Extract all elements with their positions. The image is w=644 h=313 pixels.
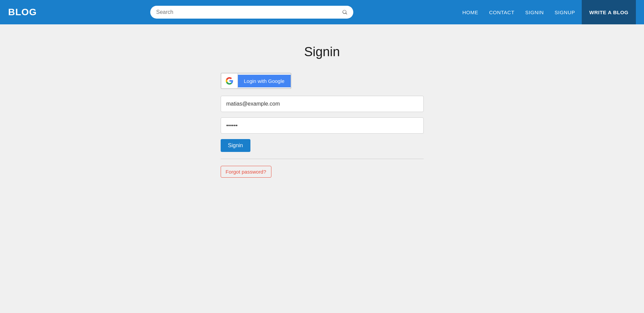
write-blog-button[interactable]: WRITE A BLOG bbox=[582, 0, 636, 24]
search-wrapper bbox=[53, 6, 450, 19]
site-brand: BLOG bbox=[8, 7, 37, 18]
nav-contact[interactable]: CONTACT bbox=[485, 7, 518, 17]
signin-button[interactable]: Signin bbox=[221, 139, 250, 152]
nav-signin[interactable]: SIGNIN bbox=[521, 7, 548, 17]
nav-home[interactable]: HOME bbox=[458, 7, 482, 17]
forgot-password-button[interactable]: Forgot password? bbox=[221, 166, 271, 178]
google-icon-box bbox=[221, 73, 238, 88]
google-login-button[interactable]: Login with Google bbox=[221, 73, 291, 89]
google-icon bbox=[225, 77, 234, 85]
search-input[interactable] bbox=[150, 6, 336, 19]
divider bbox=[221, 159, 424, 159]
page-title: Signin bbox=[304, 45, 340, 59]
search-button[interactable] bbox=[336, 6, 353, 19]
nav-signup[interactable]: SIGNUP bbox=[551, 7, 579, 17]
main-content: Signin Login with Google Signin F bbox=[0, 24, 644, 178]
nav-links: HOME CONTACT SIGNIN SIGNUP WRITE A BLOG bbox=[458, 0, 636, 24]
email-input[interactable] bbox=[221, 96, 424, 112]
search-form bbox=[150, 6, 353, 19]
signin-container: Login with Google Signin Forgot password… bbox=[221, 73, 424, 178]
google-login-label: Login with Google bbox=[238, 75, 291, 87]
navbar: BLOG HOME CONTACT SIGNIN SIGNUP WRITE A … bbox=[0, 0, 644, 24]
search-icon bbox=[342, 9, 348, 15]
password-input[interactable] bbox=[221, 117, 424, 134]
